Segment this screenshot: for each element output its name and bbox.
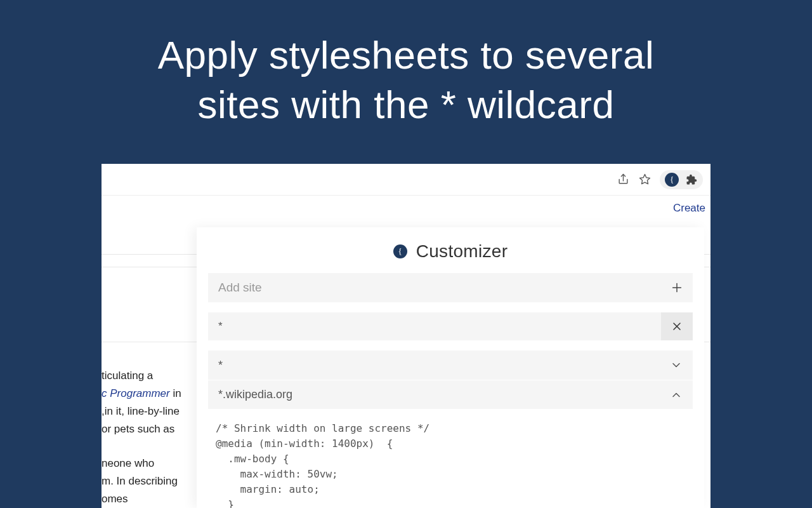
sites-accordion: * *.wikipedia.org /* Shrink width on lar… (208, 351, 693, 508)
extension-logo-icon: { (665, 173, 679, 187)
accordion-label: *.wikipedia.org (218, 388, 670, 401)
accordion-item-wildcard[interactable]: * (208, 351, 693, 380)
popup-logo-icon: { (393, 244, 407, 258)
popup-header: { Customizer (208, 227, 693, 273)
create-link[interactable]: Create (673, 202, 705, 215)
text-fragment: or pets such as (102, 420, 203, 438)
text-fragment: neone who (102, 455, 203, 472)
chevron-down-icon (670, 359, 683, 371)
share-icon[interactable] (617, 173, 629, 186)
text-fragment: omes (102, 490, 203, 508)
text-fragment: c Programmer in (102, 385, 203, 403)
article-fragment: ticulating a c Programmer in in it, line… (102, 367, 203, 508)
add-site-input[interactable] (208, 281, 661, 295)
accordion-item-wikipedia[interactable]: *.wikipedia.org (208, 380, 693, 409)
link-fragment[interactable]: c Programmer (102, 387, 170, 399)
remove-site-button[interactable] (661, 312, 693, 340)
headline-line-2: sites with the * wildcard (0, 80, 812, 130)
current-site-row (208, 312, 693, 340)
browser-window: { Create ticulating a c Programmer in in… (102, 164, 710, 508)
star-icon[interactable] (638, 173, 651, 186)
current-site-input[interactable] (208, 320, 661, 333)
accordion-label: * (218, 359, 670, 372)
add-site-button[interactable] (661, 273, 693, 302)
chevron-up-icon (670, 389, 683, 401)
promo-headline: Apply stylesheets to several sites with … (0, 0, 812, 129)
add-site-row (208, 273, 693, 302)
popup-title: Customizer (416, 241, 508, 262)
extension-popup: { Customizer * (197, 227, 704, 508)
headline-line-1: Apply stylesheets to several (0, 30, 812, 80)
browser-toolbar: { (102, 164, 710, 196)
text-fragment: ticulating a (102, 367, 203, 385)
text-fragment: m. In describing (102, 472, 203, 490)
extension-pill[interactable]: { (660, 170, 703, 189)
extensions-puzzle-icon[interactable] (685, 173, 698, 186)
page-background: Create ticulating a c Programmer in in i… (102, 196, 710, 508)
blank-line (102, 438, 203, 455)
css-editor[interactable]: /* Shrink width on large screens */ @med… (208, 409, 693, 508)
text-fragment: in it, line-by-line, (102, 403, 203, 420)
svg-marker-0 (639, 175, 650, 184)
